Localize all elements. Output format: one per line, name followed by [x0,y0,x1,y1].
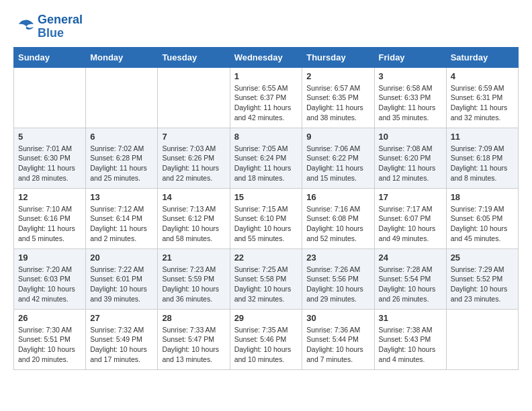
calendar-day-cell: 10Sunrise: 7:08 AM Sunset: 6:20 PM Dayli… [374,128,446,188]
calendar-day-cell: 8Sunrise: 7:05 AM Sunset: 6:24 PM Daylig… [230,128,302,188]
day-info: Sunrise: 7:26 AM Sunset: 5:56 PM Dayligh… [306,265,369,304]
day-number: 15 [234,192,298,202]
calendar-day-cell: 14Sunrise: 7:13 AM Sunset: 6:12 PM Dayli… [158,188,230,248]
day-number: 19 [18,253,81,263]
day-info: Sunrise: 7:10 AM Sunset: 6:16 PM Dayligh… [18,204,81,244]
day-info: Sunrise: 7:28 AM Sunset: 5:54 PM Dayligh… [379,265,442,304]
day-number: 10 [379,132,442,142]
day-info: Sunrise: 7:25 AM Sunset: 5:58 PM Dayligh… [234,265,298,304]
calendar-day-cell: 12Sunrise: 7:10 AM Sunset: 6:16 PM Dayli… [14,188,86,248]
day-number: 6 [90,132,153,142]
calendar-day-cell: 3Sunrise: 6:58 AM Sunset: 6:33 PM Daylig… [374,67,446,128]
calendar-day-cell: 26Sunrise: 7:30 AM Sunset: 5:51 PM Dayli… [14,309,86,369]
calendar-day-cell: 23Sunrise: 7:26 AM Sunset: 5:56 PM Dayli… [302,248,374,309]
day-info: Sunrise: 7:29 AM Sunset: 5:52 PM Dayligh… [451,265,514,304]
day-number: 22 [234,253,298,263]
day-number: 4 [451,71,514,81]
header-wednesday: Wednesday [230,47,302,67]
day-number: 9 [306,132,369,142]
day-number: 1 [234,71,298,81]
day-number: 7 [162,132,225,142]
day-info: Sunrise: 7:06 AM Sunset: 6:22 PM Dayligh… [306,144,369,183]
calendar-day-cell: 27Sunrise: 7:32 AM Sunset: 5:49 PM Dayli… [86,309,158,369]
day-number: 20 [90,253,153,263]
calendar-day-cell: 24Sunrise: 7:28 AM Sunset: 5:54 PM Dayli… [374,248,446,309]
day-number: 8 [234,132,298,142]
day-number: 28 [162,313,225,323]
calendar-header-row: SundayMondayTuesdayWednesdayThursdayFrid… [14,47,519,67]
calendar-day-cell: 13Sunrise: 7:12 AM Sunset: 6:14 PM Dayli… [86,188,158,248]
day-number: 3 [379,71,442,81]
day-number: 17 [379,192,442,202]
day-info: Sunrise: 7:35 AM Sunset: 5:46 PM Dayligh… [234,325,298,365]
calendar-day-cell: 29Sunrise: 7:35 AM Sunset: 5:46 PM Dayli… [230,309,302,369]
day-number: 27 [90,313,153,323]
day-info: Sunrise: 7:12 AM Sunset: 6:14 PM Dayligh… [90,204,153,244]
day-number: 16 [306,192,369,202]
day-info: Sunrise: 7:19 AM Sunset: 6:05 PM Dayligh… [451,204,514,244]
calendar-day-cell: 25Sunrise: 7:29 AM Sunset: 5:52 PM Dayli… [446,248,518,309]
day-number: 18 [451,192,514,202]
day-number: 23 [306,253,369,263]
day-info: Sunrise: 7:36 AM Sunset: 5:44 PM Dayligh… [306,325,369,365]
calendar-day-cell: 30Sunrise: 7:36 AM Sunset: 5:44 PM Dayli… [302,309,374,369]
day-info: Sunrise: 7:38 AM Sunset: 5:43 PM Dayligh… [379,325,442,365]
header-thursday: Thursday [302,47,374,67]
day-info: Sunrise: 7:05 AM Sunset: 6:24 PM Dayligh… [234,144,298,183]
day-info: Sunrise: 7:20 AM Sunset: 6:03 PM Dayligh… [18,265,81,304]
day-info: Sunrise: 7:15 AM Sunset: 6:10 PM Dayligh… [234,204,298,244]
empty-cell [14,67,86,128]
calendar-day-cell: 21Sunrise: 7:23 AM Sunset: 5:59 PM Dayli… [158,248,230,309]
header-tuesday: Tuesday [158,47,230,67]
calendar-day-cell: 20Sunrise: 7:22 AM Sunset: 6:01 PM Dayli… [86,248,158,309]
calendar-day-cell: 11Sunrise: 7:09 AM Sunset: 6:18 PM Dayli… [446,128,518,188]
day-info: Sunrise: 6:59 AM Sunset: 6:31 PM Dayligh… [451,83,514,123]
calendar-day-cell: 4Sunrise: 6:59 AM Sunset: 6:31 PM Daylig… [446,67,518,128]
calendar-day-cell: 1Sunrise: 6:55 AM Sunset: 6:37 PM Daylig… [230,67,302,128]
day-info: Sunrise: 6:58 AM Sunset: 6:33 PM Dayligh… [379,83,442,123]
empty-cell [86,67,158,128]
calendar-table: SundayMondayTuesdayWednesdayThursdayFrid… [13,47,519,370]
day-number: 14 [162,192,225,202]
calendar-day-cell: 15Sunrise: 7:15 AM Sunset: 6:10 PM Dayli… [230,188,302,248]
day-number: 31 [379,313,442,323]
day-info: Sunrise: 7:22 AM Sunset: 6:01 PM Dayligh… [90,265,153,304]
logo: General Blue [13,13,83,40]
day-number: 30 [306,313,369,323]
day-info: Sunrise: 7:08 AM Sunset: 6:20 PM Dayligh… [379,144,442,183]
calendar-day-cell: 31Sunrise: 7:38 AM Sunset: 5:43 PM Dayli… [374,309,446,369]
day-info: Sunrise: 7:02 AM Sunset: 6:28 PM Dayligh… [90,144,153,183]
calendar-day-cell: 28Sunrise: 7:33 AM Sunset: 5:47 PM Dayli… [158,309,230,369]
calendar-day-cell: 16Sunrise: 7:16 AM Sunset: 6:08 PM Dayli… [302,188,374,248]
day-info: Sunrise: 7:23 AM Sunset: 5:59 PM Dayligh… [162,265,225,304]
calendar-day-cell: 22Sunrise: 7:25 AM Sunset: 5:58 PM Dayli… [230,248,302,309]
day-info: Sunrise: 7:01 AM Sunset: 6:30 PM Dayligh… [18,144,81,183]
header-friday: Friday [374,47,446,67]
day-info: Sunrise: 7:16 AM Sunset: 6:08 PM Dayligh… [306,204,369,244]
day-info: Sunrise: 7:30 AM Sunset: 5:51 PM Dayligh… [18,325,81,365]
calendar-week-row: 26Sunrise: 7:30 AM Sunset: 5:51 PM Dayli… [14,309,519,369]
day-info: Sunrise: 7:03 AM Sunset: 6:26 PM Dayligh… [162,144,225,183]
day-number: 29 [234,313,298,323]
page-header: General Blue [13,13,519,40]
calendar-day-cell: 19Sunrise: 7:20 AM Sunset: 6:03 PM Dayli… [14,248,86,309]
day-number: 26 [18,313,81,323]
day-number: 13 [90,192,153,202]
calendar-week-row: 5Sunrise: 7:01 AM Sunset: 6:30 PM Daylig… [14,128,519,188]
calendar-day-cell: 6Sunrise: 7:02 AM Sunset: 6:28 PM Daylig… [86,128,158,188]
day-info: Sunrise: 6:55 AM Sunset: 6:37 PM Dayligh… [234,83,298,123]
calendar-week-row: 1Sunrise: 6:55 AM Sunset: 6:37 PM Daylig… [14,67,519,128]
day-number: 5 [18,132,81,142]
empty-cell [158,67,230,128]
header-saturday: Saturday [446,47,518,67]
day-number: 24 [379,253,442,263]
header-monday: Monday [86,47,158,67]
calendar-week-row: 12Sunrise: 7:10 AM Sunset: 6:16 PM Dayli… [14,188,519,248]
calendar-day-cell: 18Sunrise: 7:19 AM Sunset: 6:05 PM Dayli… [446,188,518,248]
day-info: Sunrise: 7:13 AM Sunset: 6:12 PM Dayligh… [162,204,225,244]
day-number: 12 [18,192,81,202]
calendar-day-cell: 2Sunrise: 6:57 AM Sunset: 6:35 PM Daylig… [302,67,374,128]
calendar-week-row: 19Sunrise: 7:20 AM Sunset: 6:03 PM Dayli… [14,248,519,309]
day-info: Sunrise: 7:33 AM Sunset: 5:47 PM Dayligh… [162,325,225,365]
calendar-day-cell: 9Sunrise: 7:06 AM Sunset: 6:22 PM Daylig… [302,128,374,188]
